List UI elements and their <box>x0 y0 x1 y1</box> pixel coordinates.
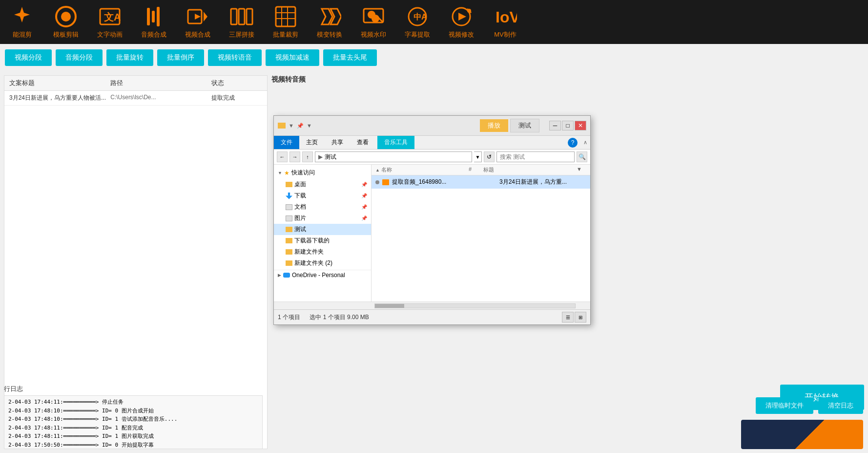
dialog-scrollbar-h <box>274 302 590 309</box>
nav-forward-button[interactable]: → <box>289 151 300 162</box>
dialog-close-button[interactable]: ✕ <box>575 121 586 130</box>
ribbon-tab-file[interactable]: 文件 <box>274 136 299 149</box>
tree-download[interactable]: 下载 📌 <box>274 190 371 201</box>
clear-log-button[interactable]: 清空日志 <box>818 397 863 414</box>
video-edit-icon <box>450 5 473 28</box>
ribbon-tab-home[interactable]: 主页 <box>299 136 325 149</box>
svg-rect-12 <box>239 9 245 24</box>
svg-text:文A: 文A <box>104 12 121 22</box>
tree-quick-access[interactable]: ▼ ★ 快速访问 <box>274 167 371 179</box>
tab-video-to-audio[interactable]: 视频转语音 <box>208 49 262 66</box>
tree-new-folder[interactable]: 新建文件夹 <box>274 246 371 258</box>
tree-download-folder[interactable]: 下载器下载的 <box>274 235 371 246</box>
tree-new-folder2[interactable]: 新建文件夹 (2) <box>274 258 371 269</box>
tool-text-anim[interactable]: 文A 文字动画 <box>93 5 127 39</box>
tab-batch-rotate[interactable]: 批量旋转 <box>106 49 153 66</box>
search-button[interactable]: 🔍 <box>577 151 587 162</box>
file-dialog: ▼ 📌 ▼ 播放 测试 ─ □ ✕ 文件 主页 <box>273 115 591 325</box>
ribbon-tab-share[interactable]: 共享 <box>325 136 350 149</box>
tree-test-folder[interactable]: 测试 <box>274 224 371 235</box>
tree-pictures[interactable]: 图片 📌 <box>274 213 371 224</box>
tab-batch-reverse[interactable]: 批量倒序 <box>157 49 204 66</box>
pictures-label: 图片 <box>294 214 306 222</box>
dialog-tab-play[interactable]: 播放 <box>480 119 508 132</box>
dialog-maximize-button[interactable]: □ <box>562 121 574 130</box>
svg-rect-11 <box>231 9 237 24</box>
tool-three-screen-label: 三屏拼接 <box>229 30 254 39</box>
view-buttons: ☰ ⊞ <box>562 312 586 323</box>
onedrive-label: OneDrive - Personal <box>292 272 345 279</box>
row-status: 提取完成 <box>211 94 262 102</box>
tool-audio-label: 音频合成 <box>141 30 166 39</box>
audio-icon <box>142 5 165 28</box>
log-content: 2-04-03 17:44:11:══════════> 停止任务 2-04-0… <box>4 395 263 449</box>
log-line-0: 2-04-03 17:44:11:══════════> 停止任务 <box>8 398 258 407</box>
scrollbar-thumb[interactable] <box>375 304 404 308</box>
log-line-2: 2-04-03 17:48:10:══════════> ID= 1 尝试添加配… <box>8 415 258 424</box>
mv-icon: IoV <box>494 5 517 28</box>
tool-video-synth[interactable]: 视频合成 <box>181 5 215 39</box>
address-chevron[interactable]: ▼ <box>474 151 482 162</box>
scissors-icon <box>10 5 34 28</box>
file-title: 3月24日新进展，乌方重... <box>499 178 586 186</box>
scrollbar-track[interactable] <box>374 303 576 308</box>
tab-audio-split[interactable]: 音频分段 <box>56 49 103 66</box>
nav-up-button[interactable]: ↑ <box>302 151 313 162</box>
tool-video-edit[interactable]: 视频修改 <box>444 5 478 39</box>
folder-test-icon <box>286 227 292 232</box>
tree-onedrive[interactable]: ▶ OneDrive - Personal <box>274 270 371 280</box>
ribbon-tab-view[interactable]: 查看 <box>350 136 375 149</box>
file-indicator <box>375 180 379 184</box>
log-line-5: 2-04-03 17:50:50:══════════> ID= 0 开始提取字… <box>8 441 258 449</box>
ribbon-collapse-icon[interactable]: ∧ <box>583 139 587 146</box>
second-toolbar: 视频分段 音频分段 批量旋转 批量倒序 视频转语音 视频加减速 批量去头尾 <box>0 44 868 71</box>
svg-point-2 <box>61 12 71 22</box>
svg-rect-14 <box>276 7 295 26</box>
clear-tmp-button[interactable]: 清理临时文件 <box>756 397 813 414</box>
new-folder-label: 新建文件夹 <box>294 248 324 256</box>
tool-three-screen[interactable]: 三屏拼接 <box>225 5 259 39</box>
tree-docs[interactable]: 文档 📌 <box>274 201 371 213</box>
refresh-button[interactable]: ↺ <box>484 151 495 162</box>
search-input[interactable] <box>496 151 575 162</box>
list-view-button[interactable]: ☰ <box>562 312 574 323</box>
folder-desktop-icon <box>286 182 292 187</box>
tab-speed[interactable]: 视频加减速 <box>266 49 319 66</box>
tool-mv-make[interactable]: IoV MV制作 <box>488 5 522 39</box>
nav-back-button[interactable]: ← <box>277 151 288 162</box>
svg-rect-7 <box>157 7 160 26</box>
tool-watermark-label: 视频水印 <box>361 30 386 39</box>
video-synth-icon <box>186 5 209 28</box>
row-path: C:\Users\lsc\De... <box>110 94 211 102</box>
ribbon-tab-music[interactable]: 音乐工具 <box>377 136 414 149</box>
top-toolbar: 能混剪 模板剪辑 文A 文字动画 音频合成 视频合成 <box>0 0 868 44</box>
docs-icon <box>286 204 292 210</box>
pin-pictures-icon: 📌 <box>361 216 367 221</box>
new-folder2-label: 新建文件夹 (2) <box>294 259 332 267</box>
tool-batch-cut-label: 批量裁剪 <box>273 30 298 39</box>
tree-desktop[interactable]: 桌面 📌 <box>274 179 371 190</box>
menu-icon: ▼ <box>307 123 312 129</box>
table-header: 文案标题 路径 状态 <box>4 76 267 91</box>
tab-trim[interactable]: 批量去头尾 <box>323 49 377 66</box>
tab-video-split[interactable]: 视频分段 <box>5 49 52 66</box>
tool-batch-cut[interactable]: 批量裁剪 <box>269 5 303 39</box>
tool-subtitle[interactable]: 中A 字幕提取 <box>400 5 434 39</box>
total-items: 1 个项目 <box>278 314 300 321</box>
tool-morph[interactable]: 模变转换 <box>312 5 347 39</box>
tool-template-edit[interactable]: 模板剪辑 <box>49 5 83 39</box>
dialog-tab-test[interactable]: 测试 <box>510 119 539 132</box>
tool-audio-synth[interactable]: 音频合成 <box>137 5 171 39</box>
file-row-0[interactable]: 提取音频_1648980... 3月24日新进展，乌方重... <box>372 175 590 189</box>
path-text: 测试 <box>325 153 336 161</box>
tool-watermark[interactable]: 视频水印 <box>356 5 391 39</box>
svg-rect-6 <box>152 11 155 22</box>
dialog-minimize-button[interactable]: ─ <box>549 121 561 130</box>
help-icon[interactable]: ? <box>568 138 578 148</box>
tool-smart-cut[interactable]: 能混剪 <box>5 5 39 39</box>
detail-view-button[interactable]: ⊞ <box>575 312 586 323</box>
batch-cut-icon <box>274 5 297 28</box>
log-area: 行日志 2-04-03 17:44:11:══════════> 停止任务 2-… <box>4 385 263 449</box>
dialog-body: ▼ ★ 快速访问 桌面 📌 下载 📌 <box>274 165 590 302</box>
table-row[interactable]: 3月24日新进展，乌方重要人物被活... C:\Users\lsc\De... … <box>4 91 267 106</box>
